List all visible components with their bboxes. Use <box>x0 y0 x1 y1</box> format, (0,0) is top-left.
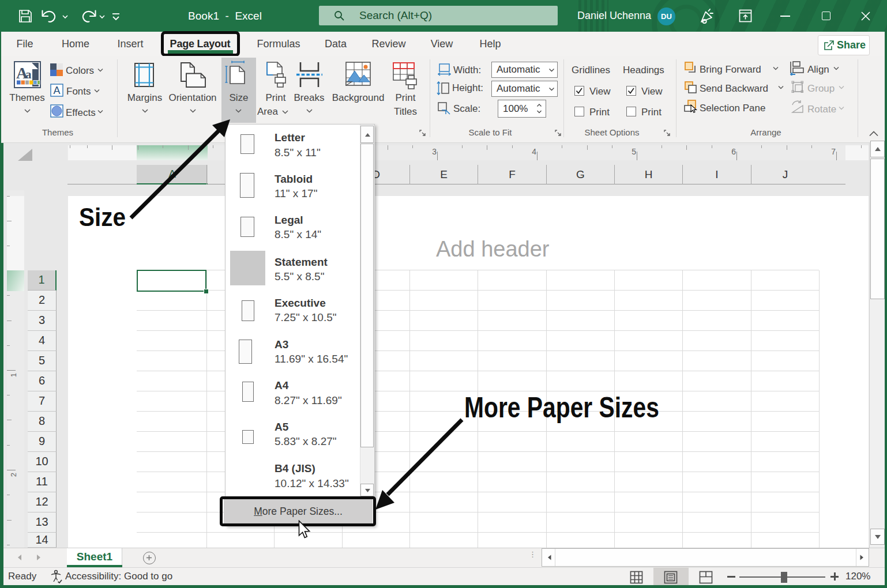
svg-text:A: A <box>54 85 61 96</box>
svg-text:a: a <box>25 67 32 81</box>
